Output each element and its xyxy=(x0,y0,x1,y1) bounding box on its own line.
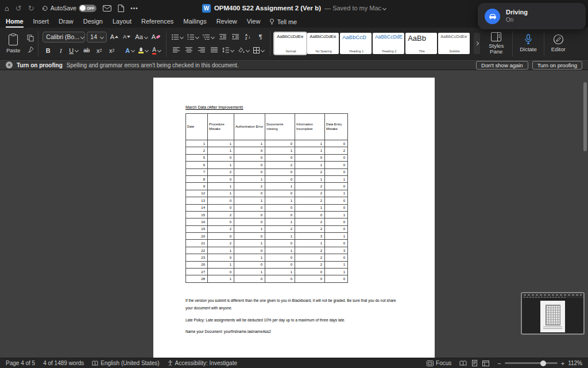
undo-icon[interactable]: ↺ xyxy=(16,5,22,12)
bold-button[interactable]: B xyxy=(42,45,53,56)
underline-button[interactable]: U xyxy=(68,45,79,56)
tab-layout[interactable]: Layout xyxy=(113,16,131,28)
numbered-list-button[interactable] xyxy=(186,32,200,42)
driving-focus-notification[interactable]: Driving On xyxy=(478,3,586,29)
grow-font-button[interactable]: A xyxy=(109,32,119,42)
table-cell: 0 xyxy=(234,147,265,154)
format-painter-icon[interactable] xyxy=(27,46,34,53)
change-case-button[interactable]: Aa xyxy=(134,32,148,42)
minimap-text-line xyxy=(543,328,562,329)
copy-icon[interactable] xyxy=(27,34,34,41)
multilevel-list-button[interactable] xyxy=(202,32,215,42)
clear-formatting-button[interactable]: A xyxy=(150,32,161,42)
tab-home[interactable]: Home xyxy=(6,16,24,28)
chevron-down-icon xyxy=(144,34,148,39)
redo-icon[interactable]: ↻ xyxy=(28,5,34,12)
superscript-button[interactable]: x2 xyxy=(106,45,117,56)
styles-pane-button[interactable]: Styles Pane xyxy=(484,31,508,56)
bullet-list-icon xyxy=(172,34,179,40)
zoom-in-button[interactable]: + xyxy=(561,360,564,367)
close-icon[interactable]: × xyxy=(6,62,13,68)
font-name-select[interactable]: Calibri (Bo... xyxy=(42,32,85,43)
document-minimap[interactable] xyxy=(521,292,585,335)
zoom-percent[interactable]: 112% xyxy=(568,360,582,366)
car-icon xyxy=(485,9,500,24)
language-selector[interactable]: English (United States) xyxy=(92,360,159,366)
style-gallery-expand-button[interactable] xyxy=(474,33,480,54)
shading-button[interactable] xyxy=(237,45,250,55)
read-mode-icon[interactable] xyxy=(459,361,467,366)
align-center-button[interactable] xyxy=(183,45,194,55)
paste-button[interactable]: Paste xyxy=(3,32,23,55)
table-cell: 0 xyxy=(295,154,325,161)
tab-design[interactable]: Design xyxy=(83,16,103,28)
shrink-font-button[interactable]: A xyxy=(121,32,132,42)
style-card-heading-1[interactable]: AaBbCcDHeading 1 xyxy=(340,33,372,54)
highlight-button[interactable] xyxy=(137,45,149,56)
zoom-slider-thumb[interactable] xyxy=(540,361,546,366)
dont-show-again-button[interactable]: Don't show again xyxy=(476,61,528,70)
style-card-title[interactable]: AaBbTitle xyxy=(405,33,437,54)
zoom-out-button[interactable]: − xyxy=(497,360,501,367)
vertical-scrollbar[interactable] xyxy=(583,82,587,151)
strikethrough-button[interactable]: ab xyxy=(81,45,92,56)
sort-button[interactable]: AZ↓ xyxy=(242,32,253,42)
subscript-two: 2 xyxy=(100,48,102,52)
zoom-slider[interactable] xyxy=(505,362,558,364)
document-canvas[interactable]: March Data (After Improvement) DateProce… xyxy=(0,71,588,358)
focus-label: Focus xyxy=(436,360,451,366)
borders-button[interactable] xyxy=(252,45,265,55)
table-row: 500000 xyxy=(186,154,348,161)
table-cell: 0 xyxy=(208,197,234,204)
table-cell: 0 xyxy=(234,247,265,254)
table-cell: 0 xyxy=(295,211,325,218)
increase-indent-button[interactable] xyxy=(230,32,241,42)
tell-me[interactable]: Tell me xyxy=(269,16,297,28)
save-status[interactable]: — Saved to my Mac xyxy=(324,5,386,12)
align-left-button[interactable] xyxy=(171,45,181,55)
style-card-no-spacing[interactable]: AaBbCcDdEeNo Spacing xyxy=(307,33,339,54)
accessibility-status[interactable]: Accessibility: Investigate xyxy=(168,360,237,366)
style-card-heading-2[interactable]: AaBbCcDdEHeading 2 xyxy=(373,33,404,54)
text-effects-button[interactable]: A xyxy=(124,45,136,56)
show-paragraph-marks-button[interactable]: ¶ xyxy=(255,32,266,42)
document-page[interactable]: March Data (After Improvement) DateProce… xyxy=(153,78,435,358)
tab-view[interactable]: View xyxy=(247,16,261,28)
document-icon[interactable] xyxy=(118,5,124,12)
turn-on-proofing-button[interactable]: Turn on proofing xyxy=(532,61,582,70)
mail-icon[interactable] xyxy=(103,5,111,12)
style-card-normal[interactable]: AaBbCcDdEeNormal xyxy=(274,33,306,54)
font-size-select[interactable]: 14 xyxy=(87,32,107,43)
tab-insert[interactable]: Insert xyxy=(33,16,49,28)
focus-mode-button[interactable]: Focus xyxy=(427,360,451,366)
table-cell: 3 xyxy=(325,247,348,254)
table-cell: 1 xyxy=(234,225,265,232)
print-layout-icon[interactable] xyxy=(472,360,477,366)
subscript-button[interactable]: x2 xyxy=(94,45,105,56)
font-color-button[interactable]: A xyxy=(151,45,162,56)
table-cell: 12 xyxy=(186,190,208,197)
justify-button[interactable] xyxy=(208,45,219,55)
tab-draw[interactable]: Draw xyxy=(59,16,74,28)
web-layout-icon[interactable] xyxy=(482,361,489,366)
tab-mailings[interactable]: Mailings xyxy=(183,16,206,28)
more-options-icon[interactable]: ••• xyxy=(130,5,138,12)
autosave-switch[interactable]: OFF xyxy=(79,5,96,12)
tab-references[interactable]: References xyxy=(141,16,173,28)
style-card-subtitle[interactable]: AaBbCcDdEeSubtitle xyxy=(438,33,470,54)
autosave-control[interactable]: AutoSave OFF xyxy=(42,5,97,12)
table-cell: 2 xyxy=(234,183,265,190)
word-count[interactable]: 4 of 1489 words xyxy=(43,360,84,366)
page-indicator[interactable]: Page 4 of 5 xyxy=(6,360,35,366)
editor-button[interactable]: Editor xyxy=(548,33,568,53)
align-right-icon xyxy=(198,47,205,53)
titlebar-left-controls: ⌂ ↺ ↻ AutoSave OFF ••• xyxy=(5,5,138,12)
align-right-button[interactable] xyxy=(196,45,207,55)
italic-button[interactable]: I xyxy=(55,45,66,56)
home-icon[interactable]: ⌂ xyxy=(5,5,9,12)
decrease-indent-button[interactable] xyxy=(217,32,228,42)
dictate-button[interactable]: Dictate xyxy=(517,33,540,53)
line-spacing-button[interactable] xyxy=(221,45,235,55)
bullet-list-button[interactable] xyxy=(171,32,184,42)
tab-review[interactable]: Review xyxy=(216,16,237,28)
